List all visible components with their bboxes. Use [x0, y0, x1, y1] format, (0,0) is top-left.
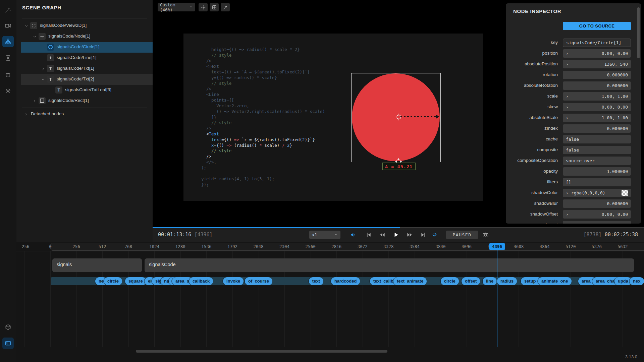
ruler-tick-label: 5632 — [618, 244, 628, 249]
timeline-event[interactable]: nex — [630, 277, 644, 285]
loop-button[interactable] — [430, 230, 439, 239]
playhead-badge[interactable]: 4396 — [489, 243, 505, 250]
center-view-button[interactable] — [199, 3, 208, 11]
timeline-event[interactable]: line — [483, 277, 497, 285]
scene-graph-node[interactable]: signalsCode/View2D[1] — [21, 20, 153, 31]
film-tool-button[interactable] — [2, 338, 14, 349]
code-line: text={() => `A = ${area().toFixed(2)}`} — [201, 69, 325, 75]
grid-line — [50, 251, 51, 347]
field-value-layout[interactable] — [563, 221, 631, 224]
scene-graph-node[interactable]: signalsCode/Rect[1] — [21, 96, 153, 106]
play-button[interactable] — [391, 230, 400, 239]
field-value-absoluteScale[interactable]: ›1.00, 1.00 — [563, 114, 631, 122]
scene-bar-signals[interactable]: signals — [52, 258, 142, 272]
field-value-absoluteRotation[interactable]: 0.000000 — [563, 81, 631, 90]
timeline-event[interactable]: hardcoded — [331, 277, 360, 285]
bug-tool-button[interactable] — [2, 69, 14, 80]
scene-tree-tool-button[interactable] — [2, 36, 14, 47]
field-value-cache[interactable]: false — [563, 135, 631, 143]
expand-chevron-icon[interactable]: › — [566, 51, 569, 56]
scene-graph-node[interactable]: TsignalsCode/TxtLeaf[3] — [21, 85, 153, 96]
inspector-field-layout: layout — [506, 221, 641, 224]
field-value-key[interactable]: signalsCode/Circle[1] — [563, 39, 631, 47]
chevron-right-icon[interactable] — [24, 112, 29, 117]
inspector-field-absolutePosition: absolutePosition›1360, 540 — [506, 60, 641, 70]
expand-chevron-icon[interactable]: › — [566, 62, 569, 67]
expand-chevron-icon[interactable]: › — [566, 212, 569, 217]
chevron-right-icon[interactable] — [41, 66, 46, 71]
scene-graph-node[interactable]: TsignalsCode/Txt[1] — [21, 63, 153, 74]
timeline-event[interactable]: circle — [104, 277, 122, 285]
field-value-shadowOffset[interactable]: ›0.00, 0.00 — [563, 210, 631, 219]
field-value-zIndex[interactable]: 0.000000 — [563, 124, 631, 133]
hourglass-tool-button[interactable] — [2, 52, 14, 64]
color-swatch[interactable] — [622, 190, 628, 196]
timeline-event[interactable]: radius — [497, 277, 517, 285]
expand-chevron-icon[interactable]: › — [566, 115, 569, 120]
timeline-event[interactable]: square — [125, 277, 146, 285]
inspector-field-scale: scale›1.00, 1.00 — [506, 92, 641, 103]
timeline-event[interactable]: offset — [462, 277, 480, 285]
field-value-shadowBlur[interactable]: 0.000000 — [563, 199, 631, 208]
playback-range[interactable] — [50, 243, 644, 251]
expand-chevron-icon[interactable]: › — [566, 105, 569, 110]
field-value-absolutePosition[interactable]: ›1360, 540 — [563, 60, 631, 68]
camera-tool-button[interactable] — [2, 20, 14, 32]
timeline-event[interactable]: text — [309, 277, 323, 285]
field-value-shadowColor[interactable]: ›rgba(0,0,0,0) — [563, 189, 631, 197]
screenshot-button[interactable] — [481, 230, 490, 239]
expand-chevron-icon[interactable]: › — [566, 190, 569, 195]
timeline-event[interactable]: upda — [614, 277, 632, 285]
chevron-right-icon[interactable] — [33, 99, 37, 103]
current-timecode: 00:01:13:16 [4396] — [158, 232, 213, 238]
field-value-compositeOperation[interactable]: source-over — [563, 157, 631, 165]
inspector-scrollbar[interactable] — [637, 7, 640, 58]
expand-chevron-icon[interactable]: › — [566, 94, 569, 99]
timeline-event[interactable]: of_course — [245, 277, 272, 285]
cube-tool-button[interactable] — [2, 321, 14, 333]
scene-bar-signalsCode[interactable]: signalsCode — [145, 258, 634, 272]
code-line: points={[ — [201, 98, 325, 103]
go-to-source-button[interactable]: GO TO SOURCE — [563, 22, 631, 30]
zoom-select[interactable]: Custom (46%) — [158, 3, 195, 11]
eyedropper-button[interactable] — [221, 3, 230, 11]
timeline-event[interactable]: invoke — [223, 277, 244, 285]
field-value-position[interactable]: ›0.00, 0.00 — [563, 49, 631, 58]
playback-speed-select[interactable]: x1 — [309, 231, 340, 239]
field-value-rotation[interactable]: 0.000000 — [563, 71, 631, 79]
skip-start-button[interactable] — [364, 230, 373, 239]
scene-graph-node[interactable]: TsignalsCode/Txt[2] — [21, 74, 153, 85]
field-value-text: 0.000000 — [566, 201, 628, 206]
detached-nodes-toggle[interactable]: Detached nodes — [21, 109, 153, 120]
timeline[interactable]: -256025651276810241280153617922048230425… — [16, 242, 644, 362]
volume-button[interactable] — [348, 230, 358, 239]
field-value-skew[interactable]: ›0.00, 0.00 — [563, 103, 631, 111]
chevron-down-icon[interactable] — [41, 77, 46, 82]
chevron-down-icon[interactable] — [24, 23, 29, 28]
field-value-composite[interactable]: false — [563, 146, 631, 154]
fast-forward-button[interactable] — [405, 230, 414, 239]
timeline-event[interactable]: animate_one — [538, 277, 571, 285]
field-value-opacity[interactable]: 1.000000 — [563, 167, 631, 176]
speed-value: x1 — [312, 232, 317, 237]
eyedropper-icon — [223, 5, 228, 10]
scene-graph-node[interactable]: signalsCode/Line[1] — [21, 53, 153, 63]
progress-track[interactable] — [153, 227, 644, 228]
timeline-event[interactable]: callback — [189, 277, 213, 285]
timeline-scrollbar[interactable] — [136, 350, 387, 353]
scene-graph-node[interactable]: signalsCode/Node[1] — [21, 31, 153, 42]
timeline-event[interactable]: text_animate — [393, 277, 427, 285]
field-value-scale[interactable]: ›1.00, 1.00 — [563, 92, 631, 101]
skip-end-button[interactable] — [418, 230, 428, 239]
rewind-button[interactable] — [377, 230, 387, 239]
grid-toggle-button[interactable] — [210, 3, 219, 11]
render-area[interactable]: height={() => radius() * scale * 2} // s… — [183, 34, 483, 201]
timeline-event[interactable]: circle — [441, 277, 459, 285]
field-label: absoluteRotation — [506, 83, 558, 88]
gear-tool-button[interactable] — [2, 85, 14, 97]
playhead-line[interactable] — [497, 250, 497, 347]
chevron-down-icon[interactable] — [33, 34, 37, 39]
wand-tool-button[interactable] — [2, 4, 14, 15]
scene-graph-node[interactable]: signalsCode/Circle[1] — [21, 42, 153, 53]
field-value-filters[interactable]: [] — [563, 178, 631, 186]
